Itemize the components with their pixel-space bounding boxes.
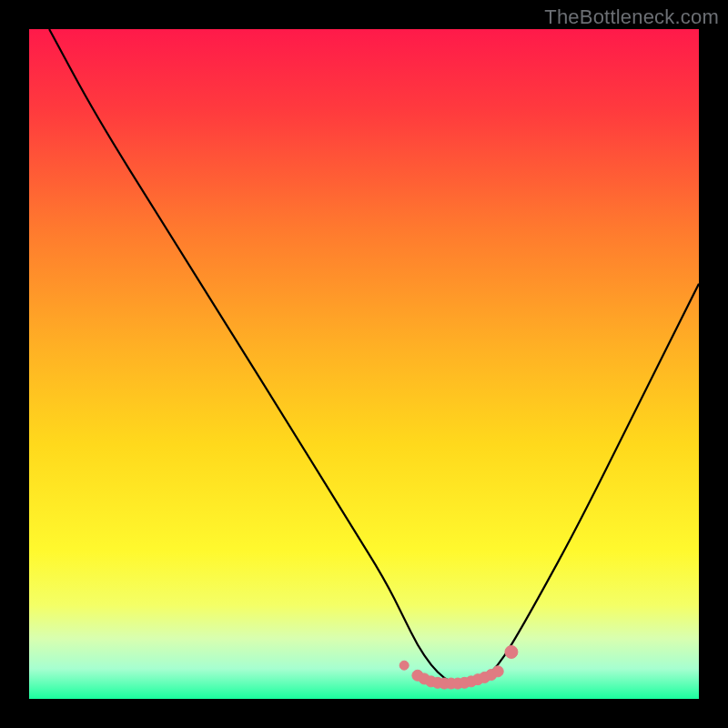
valley-marker xyxy=(399,661,409,670)
watermark-text: TheBottleneck.com xyxy=(544,5,719,29)
chart-svg xyxy=(29,29,699,699)
gradient-background xyxy=(29,29,699,699)
valley-marker xyxy=(505,645,518,658)
chart-frame: TheBottleneck.com xyxy=(0,0,728,728)
plot-area xyxy=(29,29,699,699)
valley-marker xyxy=(492,666,503,677)
